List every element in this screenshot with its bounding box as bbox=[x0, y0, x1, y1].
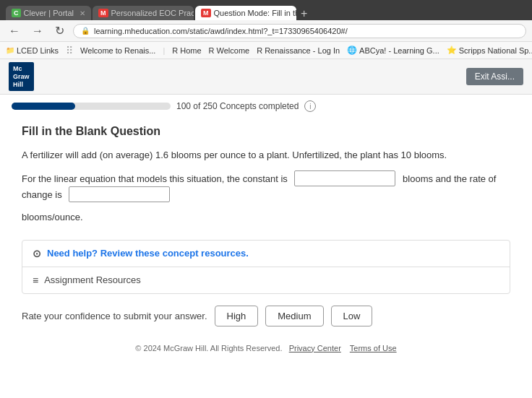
address-bar: ← → ↻ 🔒 learning.mheducation.com/static/… bbox=[0, 20, 532, 42]
bookmark-lced[interactable]: 📁 LCED Links bbox=[6, 46, 59, 55]
progress-text: 100 of 250 Concepts completed bbox=[176, 101, 299, 111]
bookmark-sep-1: | bbox=[163, 46, 165, 55]
rate-of-change-input[interactable] bbox=[69, 186, 170, 202]
question-text-2: For the linear equation that models this… bbox=[22, 170, 510, 203]
info-icon[interactable]: i bbox=[304, 100, 316, 112]
assignment-resources-row[interactable]: ≡ Assignment Resources bbox=[22, 267, 510, 293]
confidence-low-button[interactable]: Low bbox=[331, 306, 373, 326]
tab-clever[interactable]: C Clever | Portal ✕ bbox=[6, 6, 91, 20]
home-bookmark-icon: R bbox=[172, 46, 178, 55]
tab-question[interactable]: M Question Mode: Fill in the Blan... ✕ bbox=[195, 6, 296, 20]
bookmark-scripps[interactable]: ⭐ Scripps National Sp... bbox=[447, 46, 532, 55]
assignment-resources-label: Assignment Resources bbox=[44, 274, 141, 285]
confidence-section: Rate your confidence to submit your answ… bbox=[22, 306, 510, 326]
question-text-blooms: blooms/ounce. bbox=[22, 210, 510, 225]
need-help-label: Need help? Review these concept resource… bbox=[47, 248, 249, 259]
constant-input[interactable] bbox=[294, 170, 395, 186]
lock-icon: 🔒 bbox=[81, 27, 90, 35]
bookmark-welcome[interactable]: R Welcome bbox=[209, 46, 250, 55]
bookmark-home[interactable]: R Home bbox=[172, 46, 201, 55]
bookmark-welcome-renais[interactable]: Welcome to Renais... bbox=[80, 46, 155, 55]
progress-bar-fill bbox=[12, 103, 75, 110]
back-button[interactable]: ← bbox=[6, 23, 23, 39]
scripps-icon: ⭐ bbox=[447, 46, 457, 55]
bookmark-abcya[interactable]: 🌐 ABCya! - Learning G... bbox=[347, 46, 439, 55]
progress-bar-container bbox=[12, 103, 171, 110]
chevron-down-icon: ⊙ bbox=[33, 248, 41, 259]
list-icon: ≡ bbox=[33, 274, 38, 286]
abcya-icon: 🌐 bbox=[347, 46, 357, 55]
question-title: Fill in the Blank Question bbox=[22, 125, 510, 138]
mcgraw-hill-logo: Mc Graw Hill bbox=[9, 62, 34, 91]
tab-bar: C Clever | Portal ✕ M Personalized EOC P… bbox=[6, 0, 526, 20]
help-section: ⊙ Need help? Review these concept resour… bbox=[22, 240, 510, 294]
new-tab-button[interactable]: + bbox=[298, 7, 310, 20]
url-bar[interactable]: 🔒 learning.mheducation.com/static/awd/in… bbox=[73, 24, 526, 38]
renaissance-icon: R bbox=[257, 46, 262, 55]
clever-favicon: C bbox=[12, 9, 21, 17]
bookmarks-bar: 📁 LCED Links ⠿ Welcome to Renais... | R … bbox=[0, 42, 532, 59]
confidence-high-button[interactable]: High bbox=[215, 306, 259, 326]
m-favicon-1: M bbox=[98, 9, 108, 17]
progress-section: 100 of 250 Concepts completed i bbox=[0, 95, 532, 118]
terms-of-use-link[interactable]: Terms of Use bbox=[350, 344, 397, 352]
page-footer: © 2024 McGraw Hill. All Rights Reserved.… bbox=[0, 338, 532, 358]
privacy-center-link[interactable]: Privacy Center bbox=[289, 344, 341, 352]
tab-question-label: Question Mode: Fill in the Blan... bbox=[214, 9, 297, 17]
browser-chrome: C Clever | Portal ✕ M Personalized EOC P… bbox=[0, 0, 532, 20]
question-text-1: A fertilizer will add (on average) 1.6 b… bbox=[22, 148, 510, 163]
url-text: learning.mheducation.com/static/awd/inde… bbox=[94, 27, 348, 35]
need-help-header[interactable]: ⊙ Need help? Review these concept resour… bbox=[22, 241, 510, 267]
mh-header: Mc Graw Hill Exit Assi... bbox=[0, 59, 532, 95]
m-favicon-2: M bbox=[201, 9, 211, 17]
main-content: Fill in the Blank Question A fertilizer … bbox=[0, 118, 532, 225]
exit-assignment-button[interactable]: Exit Assi... bbox=[466, 68, 523, 85]
tab-personalized[interactable]: M Personalized EOC Practice | Al... ✕ bbox=[93, 6, 194, 20]
confidence-label: Rate your confidence to submit your answ… bbox=[22, 311, 207, 321]
tab-personalized-label: Personalized EOC Practice | Al... bbox=[111, 9, 194, 17]
tab-clever-label: Clever | Portal bbox=[24, 9, 74, 17]
apps-icon[interactable]: ⠿ bbox=[66, 45, 73, 56]
welcome-bookmark-icon: R bbox=[209, 46, 215, 55]
tab-clever-close[interactable]: ✕ bbox=[80, 9, 85, 17]
bookmark-renaissance[interactable]: R Renaissance - Log In bbox=[257, 46, 340, 55]
forward-button[interactable]: → bbox=[29, 23, 46, 39]
confidence-medium-button[interactable]: Medium bbox=[265, 306, 323, 326]
footer-copyright: © 2024 McGraw Hill. All Rights Reserved. bbox=[135, 344, 282, 352]
question-text-2-before: For the linear equation that models this… bbox=[22, 173, 288, 184]
refresh-button[interactable]: ↻ bbox=[52, 22, 67, 39]
page-content: Mc Graw Hill Exit Assi... 100 of 250 Con… bbox=[0, 59, 532, 398]
bookmark-lced-icon: 📁 bbox=[6, 46, 14, 54]
